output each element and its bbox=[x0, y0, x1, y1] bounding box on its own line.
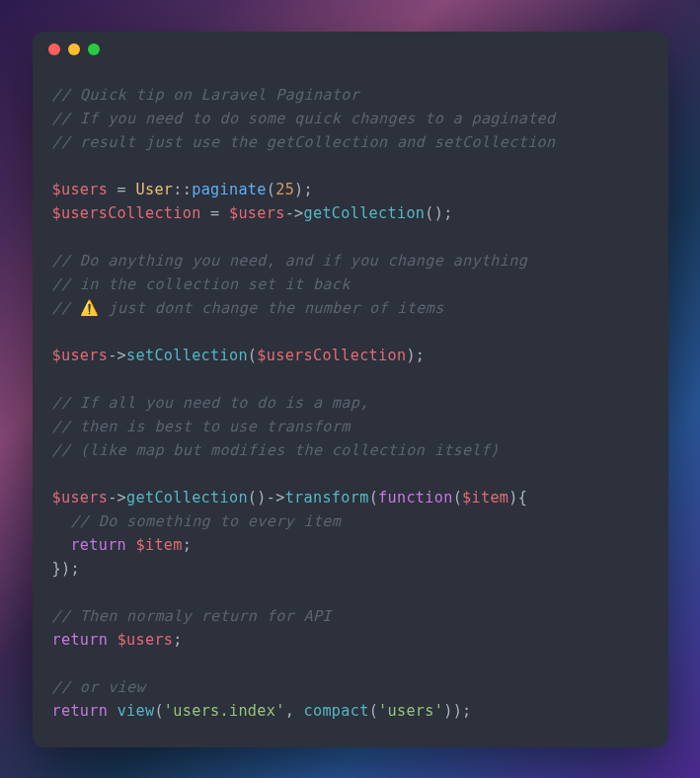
code-token: getCollection bbox=[126, 489, 248, 506]
code-token: $usersCollection bbox=[257, 347, 406, 364]
code-token: ); bbox=[406, 347, 425, 364]
code-line: $users->getCollection()->transform(funct… bbox=[52, 486, 649, 509]
code-token: // Then normaly return for API bbox=[52, 607, 332, 625]
code-token: ( bbox=[267, 181, 275, 198]
code-token: }); bbox=[52, 560, 80, 578]
code-token: paginate bbox=[192, 181, 267, 198]
code-line: // (like map but modifies the collection… bbox=[52, 438, 649, 462]
code-token: ; bbox=[173, 631, 182, 649]
code-token: getCollection bbox=[304, 204, 426, 222]
code-line: $usersCollection = $users->getCollection… bbox=[52, 201, 649, 225]
code-token: ()-> bbox=[248, 489, 285, 506]
code-token: $item bbox=[462, 489, 508, 506]
close-icon[interactable] bbox=[48, 43, 60, 55]
code-line: // If you need to do some quick changes … bbox=[52, 107, 649, 130]
code-token: $users bbox=[117, 631, 174, 649]
code-line: // result just use the getCollection and… bbox=[52, 130, 649, 154]
code-token: // (like map but modifies the collection… bbox=[52, 441, 500, 459]
code-token: $users bbox=[52, 347, 109, 364]
code-token: User bbox=[136, 181, 174, 198]
code-token: ( bbox=[248, 347, 257, 364]
code-token: return bbox=[52, 702, 109, 720]
code-token: // If you need to do some quick changes … bbox=[52, 110, 556, 127]
code-token: return bbox=[70, 536, 126, 554]
code-token: $users bbox=[52, 181, 109, 198]
code-line: return view('users.index', compact('user… bbox=[52, 699, 649, 723]
code-token: $item bbox=[136, 536, 183, 554]
code-token: transform bbox=[285, 489, 369, 506]
maximize-icon[interactable] bbox=[88, 43, 100, 55]
code-line: // in the collection set it back bbox=[52, 272, 649, 296]
code-token: // If all you need to do is a map, bbox=[52, 394, 369, 412]
code-token: 25 bbox=[275, 181, 294, 198]
code-token bbox=[52, 536, 71, 554]
code-token: -> bbox=[285, 204, 304, 222]
code-token: setCollection bbox=[126, 347, 248, 364]
code-line bbox=[52, 462, 649, 486]
code-token: :: bbox=[173, 181, 192, 198]
code-token: compact bbox=[304, 702, 369, 720]
code-token: (); bbox=[425, 204, 452, 222]
code-token: // then is best to use transform bbox=[52, 418, 350, 435]
code-line: $users = User::paginate(25); bbox=[52, 178, 649, 201]
code-token: // Do anything you need, and if you chan… bbox=[52, 252, 528, 270]
code-token bbox=[108, 702, 117, 720]
code-window: // Quick tip on Laravel Paginator// If y… bbox=[33, 32, 668, 747]
code-line: $users->setCollection($usersCollection); bbox=[52, 344, 649, 367]
code-token: // Quick tip on Laravel Paginator bbox=[52, 86, 360, 104]
code-token: return bbox=[52, 631, 109, 649]
code-line bbox=[52, 652, 649, 675]
code-line bbox=[52, 154, 649, 178]
code-line: // ⚠️ just dont change the number of ite… bbox=[52, 296, 649, 320]
code-token: just dont change the number of items bbox=[99, 299, 443, 317]
code-token: // or view bbox=[52, 678, 145, 696]
code-token bbox=[126, 536, 135, 554]
code-line bbox=[52, 581, 649, 604]
code-token: ( bbox=[154, 702, 163, 720]
code-token: ){ bbox=[508, 489, 527, 506]
code-line bbox=[52, 367, 649, 391]
code-token bbox=[108, 631, 117, 649]
code-line: // then is best to use transform bbox=[52, 415, 649, 438]
code-line: return $users; bbox=[52, 628, 649, 652]
code-line: // Do anything you need, and if you chan… bbox=[52, 249, 649, 272]
code-token: = bbox=[108, 181, 135, 198]
code-editor: // Quick tip on Laravel Paginator// If y… bbox=[33, 67, 668, 742]
code-token: )); bbox=[443, 702, 471, 720]
minimize-icon[interactable] bbox=[68, 43, 80, 55]
code-token: ( bbox=[453, 489, 462, 506]
code-token: $users bbox=[52, 489, 109, 506]
code-token: // result just use the getCollection and… bbox=[52, 133, 556, 151]
code-token: ( bbox=[369, 489, 378, 506]
code-token: // in the collection set it back bbox=[52, 275, 350, 293]
code-token: ; bbox=[183, 536, 192, 554]
code-line bbox=[52, 225, 649, 249]
code-token: = bbox=[201, 204, 229, 222]
code-token: -> bbox=[108, 347, 126, 364]
code-token: 'users.index' bbox=[164, 702, 285, 720]
code-token: , bbox=[285, 702, 304, 720]
code-line bbox=[52, 320, 649, 344]
code-token: 'users' bbox=[378, 702, 443, 720]
code-token: function bbox=[378, 489, 453, 506]
code-token: view bbox=[117, 702, 155, 720]
code-line: // Quick tip on Laravel Paginator bbox=[52, 83, 649, 107]
code-token: ); bbox=[294, 181, 313, 198]
code-line: }); bbox=[52, 557, 649, 581]
code-token: ( bbox=[369, 702, 378, 720]
code-token: // Do something to every item bbox=[52, 512, 342, 530]
window-titlebar bbox=[33, 32, 668, 67]
code-line: // or view bbox=[52, 675, 649, 699]
code-line: return $item; bbox=[52, 533, 649, 557]
code-token: $users bbox=[229, 204, 285, 222]
code-line: // Then normaly return for API bbox=[52, 604, 649, 628]
code-token: // bbox=[52, 299, 80, 317]
code-token: ⚠️ bbox=[80, 299, 99, 317]
code-line: // Do something to every item bbox=[52, 509, 649, 533]
code-token: -> bbox=[108, 489, 126, 506]
code-line: // If all you need to do is a map, bbox=[52, 391, 649, 415]
code-token: $usersCollection bbox=[52, 204, 201, 222]
